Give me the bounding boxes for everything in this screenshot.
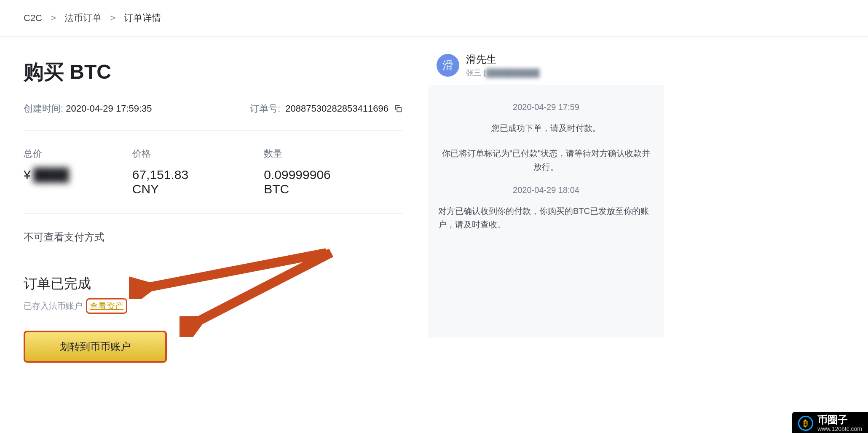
breadcrumb-middle[interactable]: 法币订单: [64, 12, 102, 24]
chat-system-message: 对方已确认收到你的付款，你购买的BTC已发放至你的账户，请及时查收。: [438, 204, 654, 231]
breadcrumb-current: 订单详情: [124, 12, 161, 24]
chat-timestamp: 2020-04-29 18:04: [438, 185, 654, 195]
chat-user-subtext: 张三 (██████████: [466, 68, 540, 78]
total-price-label: 总价: [24, 147, 69, 160]
order-number-label: 订单号:: [250, 102, 280, 115]
watermark-logo-icon: ₿: [798, 416, 813, 431]
watermark-badge: ₿ 币圈子 www.120btc.com: [792, 412, 868, 433]
avatar: 滑: [437, 54, 459, 77]
breadcrumb-root[interactable]: C2C: [24, 13, 42, 24]
watermark-title: 币圈子: [817, 414, 862, 425]
order-number-value: 20887530282853411696: [285, 103, 388, 114]
order-detail-panel: 购买 BTC 创建时间: 2020-04-29 17:59:35 订单号: 20…: [24, 37, 403, 363]
transfer-to-spot-button[interactable]: 划转到币币账户: [24, 331, 167, 363]
chat-system-message: 你已将订单标记为"已付款"状态，请等待对方确认收款并放行。: [438, 147, 654, 174]
chat-panel: 滑 滑先生 张三 (██████████ 2020-04-29 17:59 您已…: [428, 46, 664, 363]
unit-price-value: 67,151.83 CNY: [132, 168, 201, 196]
quantity-value: 0.09999906 BTC: [264, 168, 340, 196]
order-status-title: 订单已完成: [24, 275, 403, 293]
payment-method-note: 不可查看支付方式: [24, 214, 403, 261]
view-assets-link[interactable]: 查看资产: [86, 298, 127, 314]
copy-icon[interactable]: [394, 104, 403, 113]
chat-body: 2020-04-29 17:59 您已成功下单，请及时付款。 你已将订单标记为"…: [428, 85, 664, 337]
breadcrumb-separator: >: [110, 13, 115, 24]
breadcrumb: C2C > 法币订单 > 订单详情: [0, 0, 868, 37]
page-title: 购买 BTC: [24, 59, 403, 86]
chat-header: 滑 滑先生 张三 (██████████: [428, 46, 664, 85]
chat-user-name: 滑先生: [466, 53, 540, 66]
order-meta-row: 创建时间: 2020-04-29 17:59:35 订单号: 208875302…: [24, 102, 403, 131]
order-stats-row: 总价 ¥████ 价格 67,151.83 CNY 数量 0.09999906 …: [24, 131, 403, 214]
total-price-value: ¥████: [24, 168, 69, 182]
created-time-label: 创建时间:: [24, 103, 63, 114]
chat-system-message: 您已成功下单，请及时付款。: [438, 121, 654, 135]
quantity-label: 数量: [264, 147, 340, 160]
unit-price-label: 价格: [132, 147, 201, 160]
created-time-value: 2020-04-29 17:59:35: [66, 103, 152, 114]
chat-timestamp: 2020-04-29 17:59: [438, 102, 654, 112]
deposit-status-text: 已存入法币账户: [24, 300, 83, 312]
watermark-url: www.120btc.com: [817, 426, 862, 432]
svg-rect-0: [397, 107, 401, 112]
breadcrumb-separator: >: [51, 13, 56, 24]
